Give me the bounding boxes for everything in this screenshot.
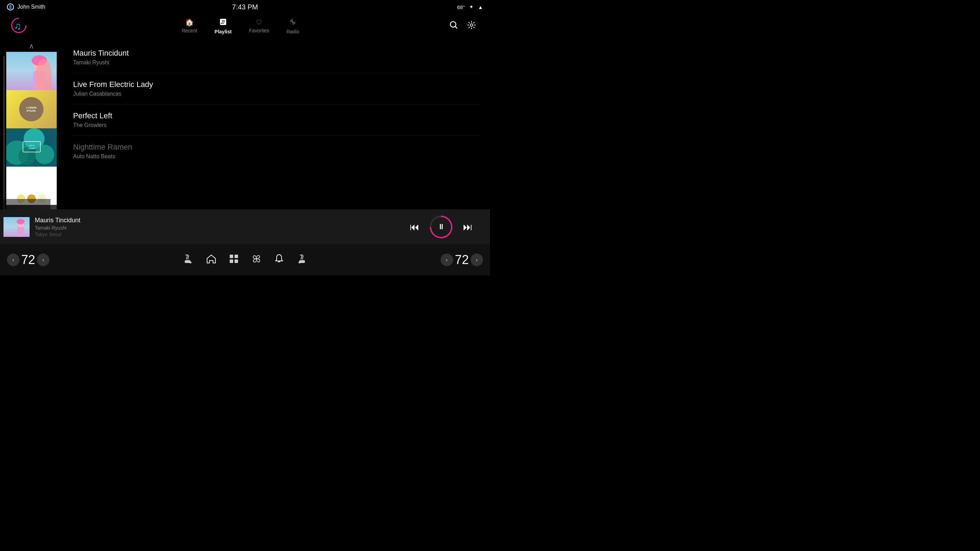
tab-playlist-label: Playlist	[215, 29, 232, 35]
app-logo: ♫	[14, 21, 21, 32]
svg-text:ShAPE: ShAPE	[28, 148, 35, 149]
nav-actions	[449, 21, 476, 32]
svg-rect-28	[235, 255, 238, 258]
svg-point-13	[18, 148, 36, 165]
svg-rect-25	[185, 260, 190, 263]
lorem-ipsum-text: LOREMIPSUM.	[27, 106, 37, 112]
sys-right-controls: ‹ 72 ›	[441, 252, 483, 267]
svg-text:coLor: coLor	[29, 144, 34, 146]
right-back-button[interactable]: ‹	[441, 254, 453, 266]
playlist-item-2-artist: Julian Casablancas	[73, 91, 480, 97]
signal-icon: ▲	[478, 4, 483, 10]
tab-recent[interactable]: 🏠 Recent	[182, 18, 197, 35]
heat-seat-left-button[interactable]	[183, 254, 194, 267]
next-track-button[interactable]: ⏭	[463, 221, 473, 233]
tab-favorites[interactable]: ♡ Favorites	[249, 18, 269, 35]
svg-point-8	[32, 55, 47, 66]
scroll-up-button[interactable]: ∧	[29, 42, 34, 50]
album-art-electric-lady: LOREMIPSUM.	[6, 90, 57, 129]
svg-rect-23	[18, 227, 24, 237]
bluetooth-icon: ✦	[469, 4, 474, 10]
right-forward-button[interactable]: ›	[471, 254, 483, 266]
playlist-item-1-artist: Tamaki Ryushi	[73, 59, 480, 66]
now-playing-album: Tokyo Seoul	[35, 232, 410, 237]
now-playing-title: Mauris Tincidunt	[35, 217, 410, 224]
album-thumb-2[interactable]: LOREMIPSUM.	[6, 90, 57, 129]
now-playing-controls: ⏮ ⏸ ⏭	[410, 216, 483, 238]
status-right: 68° ✦ ▲	[457, 4, 483, 10]
nav-tabs: 🏠 Recent Playlist ♡ Favorites	[32, 18, 449, 35]
svg-point-4	[471, 24, 473, 27]
user-name: John Smith	[18, 4, 45, 10]
tab-radio-label: Radio	[286, 29, 299, 35]
playlist-item-4-title: Nighttime Ramen	[73, 143, 480, 152]
search-button[interactable]	[449, 21, 458, 32]
heart-icon: ♡	[256, 18, 262, 27]
album-art-perfect-left: coLor ShAPE	[6, 129, 57, 167]
now-playing-album-art	[3, 214, 30, 240]
left-back-button[interactable]: ‹	[7, 254, 19, 266]
svg-point-2	[292, 21, 293, 22]
heat-seat-right-button[interactable]	[296, 254, 307, 267]
logo-ring-icon	[8, 14, 30, 36]
playlist-item-2[interactable]: Live From Electric Lady Julian Casablanc…	[73, 73, 480, 104]
svg-rect-5	[6, 52, 57, 90]
svg-rect-27	[230, 255, 233, 258]
playlist-icon	[219, 18, 227, 27]
radio-icon	[289, 18, 296, 27]
now-playing-info: Mauris Tincidunt Tamaki Ryushi Tokyo Seo…	[35, 217, 410, 237]
playlist-item-4-artist: Auto Natto Beats	[73, 153, 480, 160]
right-temperature: 72	[455, 252, 469, 267]
svg-rect-30	[235, 259, 238, 263]
nav-bar: ♫ 🏠 Recent Playlist ♡ Favorites	[0, 14, 490, 38]
sys-left-controls: ‹ 72 ›	[7, 252, 49, 267]
playlist-item-1[interactable]: Mauris Tincidunt Tamaki Ryushi	[73, 42, 480, 73]
system-bar: ‹ 72 ›	[0, 244, 490, 275]
sys-center-controls	[183, 254, 307, 267]
tab-playlist[interactable]: Playlist	[215, 18, 232, 35]
home-button[interactable]	[206, 254, 216, 267]
play-pause-button[interactable]: ⏸	[430, 216, 452, 238]
user-avatar-icon: 👤	[7, 3, 14, 10]
prev-track-button[interactable]: ⏮	[410, 221, 419, 233]
tab-recent-label: Recent	[182, 28, 197, 33]
apps-grid-button[interactable]	[229, 254, 239, 267]
notification-button[interactable]	[274, 254, 284, 267]
svg-point-1	[221, 22, 222, 24]
svg-point-24	[17, 219, 25, 224]
now-playing-bar: Mauris Tincidunt Tamaki Ryushi Tokyo Seo…	[0, 210, 490, 244]
temperature-display: 68°	[457, 4, 465, 10]
lorem-ipsum-badge: LOREMIPSUM.	[19, 97, 43, 121]
svg-point-12	[35, 145, 54, 164]
svg-rect-33	[299, 262, 300, 263]
svg-point-31	[255, 258, 258, 260]
playlist-item-2-title: Live From Electric Lady	[73, 80, 480, 89]
now-playing-artist: Tamaki Ryushi	[35, 225, 410, 230]
tab-radio[interactable]: Radio	[286, 18, 299, 35]
album-thumb-3[interactable]: coLor ShAPE	[6, 129, 57, 167]
status-bar: 👤 John Smith 7:43 PM 68° ✦ ▲	[0, 0, 490, 14]
playlist-item-1-title: Mauris Tincidunt	[73, 49, 480, 58]
left-forward-button[interactable]: ›	[37, 254, 49, 266]
playlist-item-3-artist: The Growlers	[73, 122, 480, 129]
status-time: 7:43 PM	[232, 3, 258, 11]
album-thumb-1[interactable]	[6, 52, 57, 90]
svg-rect-29	[230, 259, 233, 263]
settings-button[interactable]	[467, 21, 476, 32]
svg-rect-26	[190, 262, 191, 263]
svg-rect-7	[33, 71, 46, 90]
home-icon: 🏠	[185, 18, 194, 27]
album-art-mauris	[6, 52, 57, 90]
status-left: 👤 John Smith	[7, 3, 45, 10]
playlist-item-4[interactable]: Nighttime Ramen Auto Natto Beats	[73, 136, 480, 167]
svg-rect-21	[3, 217, 30, 237]
playlist-item-3[interactable]: Perfect Left The Growlers	[73, 104, 480, 136]
left-temperature: 72	[21, 252, 35, 267]
playlist-item-3-title: Perfect Left	[73, 111, 480, 121]
fan-button[interactable]	[251, 254, 262, 267]
tab-favorites-label: Favorites	[249, 28, 269, 33]
